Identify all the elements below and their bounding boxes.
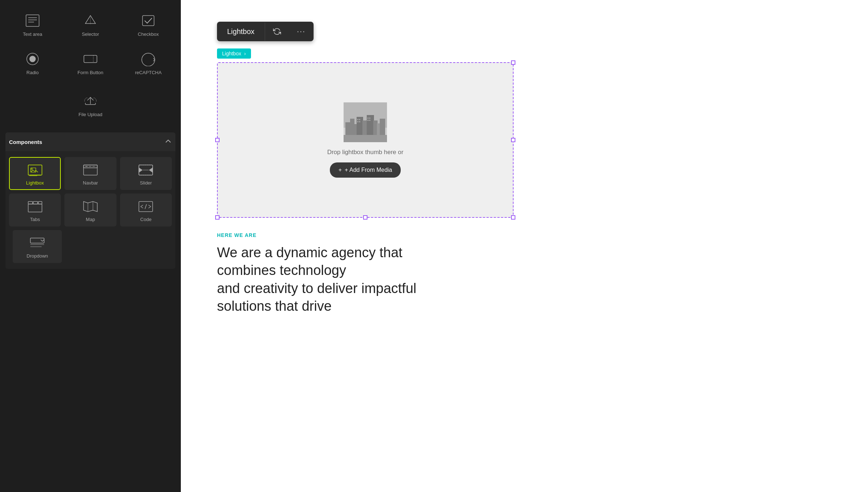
- content-heading: We are a dynamic agency that combines te…: [217, 244, 463, 315]
- component-card-map[interactable]: Map: [64, 194, 116, 226]
- component-item-text-area[interactable]: Text area: [5, 7, 60, 42]
- content-heading-line2: and creativity to deliver impactful solu…: [217, 281, 416, 314]
- lightbox-widget[interactable]: Drop lightbox thumb here or + + Add From…: [217, 62, 514, 218]
- breadcrumb-label: Lightbox: [222, 51, 241, 56]
- more-dots: ···: [297, 27, 306, 36]
- lightbox-placeholder-image: [344, 102, 387, 142]
- file-upload-label: File Upload: [78, 112, 102, 117]
- component-item-checkbox[interactable]: Checkbox: [121, 7, 175, 42]
- components-section-content: Lightbox Navb: [5, 151, 175, 269]
- svg-rect-52: [357, 121, 358, 122]
- selector-label: Selector: [82, 31, 99, 37]
- svg-marker-25: [139, 168, 142, 172]
- code-card-icon: [137, 199, 154, 214]
- svg-marker-31: [84, 202, 97, 212]
- add-from-media-plus: +: [339, 167, 342, 173]
- text-area-icon: [24, 12, 42, 29]
- radio-icon: [24, 51, 42, 67]
- lightbox-toolbar: Lightbox ···: [217, 22, 314, 41]
- more-options-button[interactable]: ···: [289, 22, 314, 41]
- dropdown-card-label: Dropdown: [27, 253, 48, 259]
- svg-rect-30: [38, 202, 42, 204]
- svg-rect-12: [28, 165, 42, 175]
- components-section-title: Components: [9, 139, 42, 145]
- dropdown-card-icon: [29, 236, 46, 250]
- lightbox-card-label: Lightbox: [26, 180, 44, 186]
- svg-point-8: [30, 56, 35, 62]
- component-card-slider[interactable]: Slider: [120, 157, 172, 190]
- checkbox-icon: [139, 12, 157, 29]
- slider-card-icon: [137, 163, 154, 177]
- components-section: Components: [5, 132, 175, 269]
- navbar-card-label: Navbar: [83, 180, 98, 186]
- resize-handle-mid-left[interactable]: [215, 138, 220, 142]
- svg-line-35: [145, 204, 146, 209]
- radio-label: Radio: [26, 70, 39, 75]
- svg-rect-9: [84, 55, 97, 63]
- svg-rect-0: [26, 15, 39, 26]
- section-tag: HERE WE ARE: [217, 232, 463, 238]
- component-item-recaptcha[interactable]: reCAPTCHA: [121, 46, 175, 80]
- tabs-card-icon: [26, 199, 44, 214]
- map-card-icon: [82, 199, 99, 214]
- checkbox-label: Checkbox: [138, 31, 159, 37]
- form-button-label: Form Button: [77, 70, 103, 75]
- chevron-up-icon[interactable]: [165, 137, 172, 146]
- svg-rect-54: [367, 118, 369, 119]
- resize-handle-mid-bottom[interactable]: [363, 215, 367, 220]
- canvas-area: Lightbox ··· Lightbox ›: [181, 0, 868, 492]
- svg-rect-53: [359, 121, 360, 122]
- top-components-grid: Text area Selector: [5, 7, 175, 80]
- component-item-radio[interactable]: Radio: [5, 46, 60, 80]
- add-from-media-label: + Add From Media: [345, 167, 392, 173]
- left-panel: Text area Selector: [0, 0, 181, 492]
- slider-card-label: Slider: [140, 180, 152, 186]
- resize-handle-bottom-left[interactable]: [215, 215, 220, 220]
- component-card-lightbox[interactable]: Lightbox: [9, 157, 61, 190]
- svg-rect-58: [344, 135, 387, 142]
- selector-icon: [81, 12, 99, 29]
- tabs-card-label: Tabs: [30, 217, 40, 222]
- resize-handle-mid-right[interactable]: [511, 138, 515, 142]
- text-area-label: Text area: [23, 31, 42, 37]
- components-grid: Lightbox Navb: [9, 157, 172, 226]
- recaptcha-label: reCAPTCHA: [135, 70, 162, 75]
- svg-rect-29: [33, 202, 38, 204]
- svg-rect-50: [357, 119, 358, 120]
- app-container: Text area Selector: [0, 0, 868, 492]
- svg-rect-51: [359, 119, 360, 120]
- component-item-form-button[interactable]: Form Button: [63, 46, 118, 80]
- navbar-card-icon: [82, 163, 99, 177]
- svg-rect-28: [28, 202, 33, 204]
- components-section-header: Components: [5, 132, 175, 151]
- svg-rect-56: [367, 120, 369, 121]
- lightbox-drop-text: Drop lightbox thumb here or: [327, 149, 404, 156]
- svg-rect-36: [30, 238, 44, 243]
- add-from-media-button[interactable]: + + Add From Media: [330, 162, 401, 178]
- content-heading-line1: We are a dynamic agency that combines te…: [217, 245, 403, 278]
- breadcrumb-arrow: ›: [244, 51, 246, 56]
- content-below: HERE WE ARE We are a dynamic agency that…: [217, 232, 463, 315]
- svg-point-14: [31, 168, 33, 170]
- resize-handle-top-right[interactable]: [511, 60, 515, 65]
- component-item-file-upload[interactable]: File Upload: [76, 88, 105, 122]
- component-card-navbar[interactable]: Navbar: [64, 157, 116, 190]
- lightbox-breadcrumb[interactable]: Lightbox ›: [217, 48, 251, 59]
- component-card-tabs[interactable]: Tabs: [9, 194, 61, 226]
- file-upload-icon: [81, 93, 99, 109]
- toolbar-title: Lightbox: [217, 22, 265, 41]
- svg-marker-26: [149, 168, 153, 172]
- component-card-dropdown[interactable]: Dropdown: [13, 230, 62, 263]
- component-card-code[interactable]: Code: [120, 194, 172, 226]
- form-button-icon: [81, 51, 99, 67]
- dropdown-row: Dropdown: [9, 230, 172, 263]
- svg-rect-55: [369, 118, 370, 119]
- recaptcha-icon: [139, 51, 157, 67]
- svg-rect-57: [369, 120, 370, 121]
- resize-handle-bottom-right[interactable]: [511, 215, 515, 220]
- refresh-button[interactable]: [265, 22, 289, 41]
- code-card-label: Code: [140, 217, 152, 222]
- map-card-label: Map: [86, 217, 95, 222]
- lightbox-card-icon: [26, 163, 44, 177]
- component-item-selector[interactable]: Selector: [63, 7, 118, 42]
